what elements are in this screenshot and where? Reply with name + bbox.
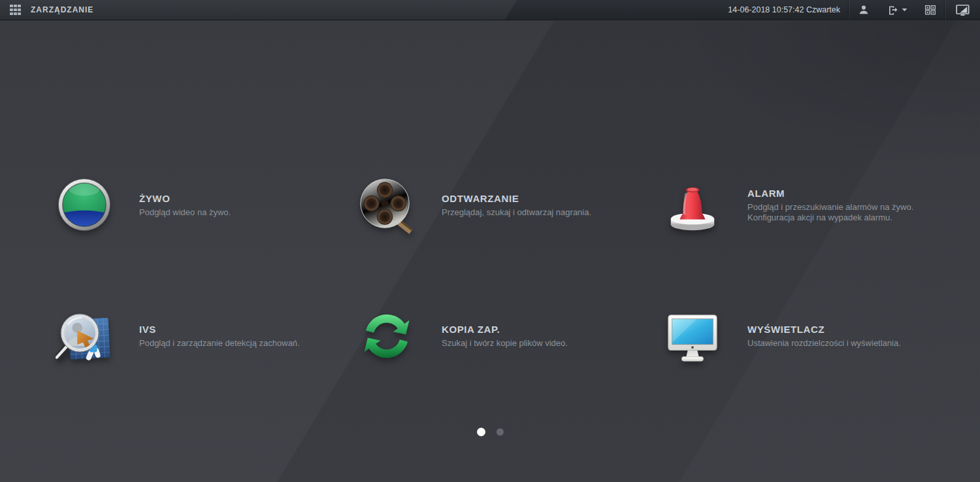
- topbar: ZARZĄDZANIE 14-06-2018 10:57:42 Czwartek: [0, 0, 980, 20]
- screen-layout-button[interactable]: [916, 0, 945, 20]
- logout-button[interactable]: [878, 0, 916, 20]
- menu-item-desc: Podgląd i zarządzanie detekcją zachowań.: [139, 338, 300, 349]
- user-icon: [858, 4, 870, 16]
- menu-item-desc: Podgląd wideo na żywo.: [139, 207, 231, 218]
- menu-item-backup[interactable]: KOPIA ZAP. Szukaj i twórz kopie plików v…: [358, 306, 639, 366]
- menu-item-playback[interactable]: ODTWARZANIE Przeglądaj, szukaj i odtwarz…: [358, 175, 639, 235]
- magnifier-detection-icon: [56, 307, 113, 365]
- menu-item-desc: Podgląd i przeszukiwanie alarmów na żywo…: [747, 202, 913, 213]
- monitor-switch-icon: [956, 4, 970, 16]
- blue-monitor-icon: [664, 307, 721, 365]
- green-sync-arrows-icon: [358, 307, 416, 365]
- menu-item-text: ODTWARZANIE Przeglądaj, szukaj i odtwarz…: [442, 193, 591, 218]
- menu-item-text: ALARM Podgląd i przeszukiwanie alarmów n…: [747, 188, 913, 223]
- pagination: [0, 428, 980, 436]
- screen-layout-icon: [924, 4, 936, 16]
- menu-item-title: KOPIA ZAP.: [442, 324, 568, 335]
- film-reel-icon: [358, 177, 416, 234]
- menu-item-title: IVS: [139, 324, 300, 335]
- menu-item-desc: Przeglądaj, szukaj i odtwarzaj nagrania.: [442, 207, 591, 218]
- menu-item-live[interactable]: ŻYWO Podgląd wideo na żywo.: [56, 175, 336, 235]
- menu-item-ivs[interactable]: IVS Podgląd i zarządzanie detekcją zacho…: [56, 306, 336, 366]
- menu-item-display[interactable]: WYŚWIETLACZ Ustawienia rozdzielczości i …: [664, 306, 945, 366]
- apps-grid-icon[interactable]: [10, 5, 21, 16]
- main-background: ŻYWO Podgląd wideo na żywo.: [0, 21, 980, 482]
- page-dot-2[interactable]: [497, 428, 504, 436]
- topbar-right: 14-06-2018 10:57:42 Czwartek: [728, 0, 980, 20]
- menu-item-desc: Szukaj i twórz kopie plików video.: [442, 338, 568, 349]
- menu-item-desc: Ustawienia rozdzielczości i wyświetlania…: [747, 338, 901, 349]
- menu-item-text: KOPIA ZAP. Szukaj i twórz kopie plików v…: [442, 324, 568, 349]
- menu-item-title: ALARM: [747, 188, 913, 199]
- menu-item-alarm[interactable]: ALARM Podgląd i przeszukiwanie alarmów n…: [664, 175, 945, 235]
- menu-item-text: ŻYWO Podgląd wideo na żywo.: [139, 193, 231, 218]
- monitor-switch-button[interactable]: [945, 0, 980, 20]
- menu-item-title: ODTWARZANIE: [442, 193, 591, 204]
- menu-item-desc2: Konfiguracja akcji na wypadek alarmu.: [747, 213, 913, 223]
- topbar-left: ZARZĄDZANIE: [0, 5, 93, 16]
- logout-icon: [887, 4, 898, 16]
- menu-item-text: IVS Podgląd i zarządzanie detekcją zacho…: [139, 324, 300, 349]
- red-siren-icon: [664, 177, 721, 234]
- menu-item-title: ŻYWO: [139, 193, 231, 204]
- live-lens-icon: [56, 177, 113, 234]
- menu-item-title: WYŚWIETLACZ: [747, 324, 901, 335]
- menu-item-text: WYŚWIETLACZ Ustawienia rozdzielczości i …: [747, 324, 901, 349]
- page-dot-1[interactable]: [477, 428, 485, 436]
- page-title: ZARZĄDZANIE: [31, 5, 93, 14]
- user-button[interactable]: [849, 0, 878, 20]
- caret-down-icon: [902, 8, 907, 12]
- datetime-label: 14-06-2018 10:57:42 Czwartek: [728, 5, 840, 14]
